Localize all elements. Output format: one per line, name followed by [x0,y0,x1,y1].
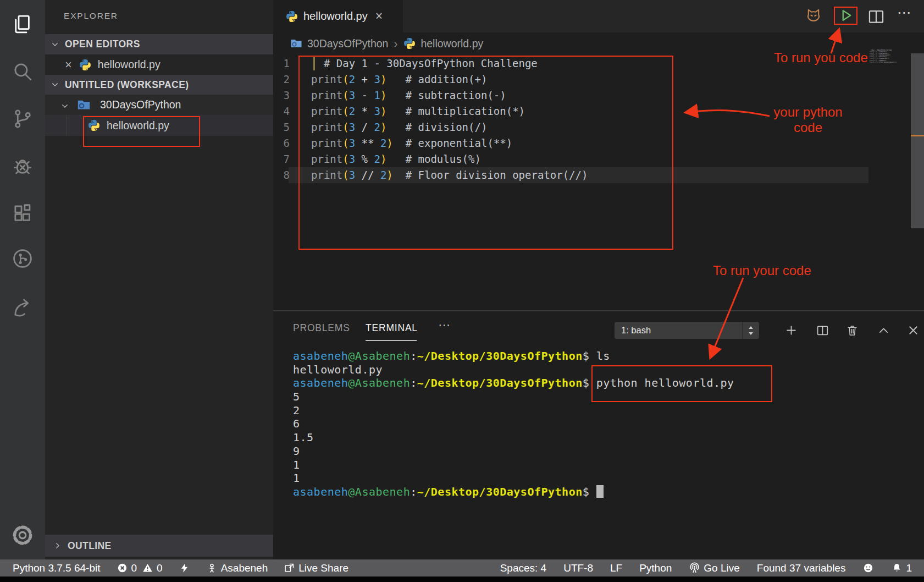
split-editor-icon[interactable] [867,7,886,26]
vscode-window: EXPLORER OPEN EDITORS × helloworld.py UN… [0,0,924,582]
error-icon [117,562,128,574]
activity-bar [0,0,45,559]
active-tab-underline [366,340,417,341]
bell-icon [891,562,903,574]
lightning-icon [179,562,190,574]
tab-close-icon[interactable]: × [375,9,383,24]
sidebar-title: EXPLORER [64,11,118,21]
shell-select[interactable]: 1: bash [615,322,759,339]
outline-label: OUTLINE [68,540,112,552]
select-divider [742,322,743,339]
annotation-box-run-button [834,7,857,25]
split-terminal-icon[interactable] [816,323,829,337]
status-label: UTF-8 [563,562,593,574]
status-asabeneh[interactable]: Asabeneh [206,562,268,574]
share-arrow-icon[interactable] [11,296,34,319]
annotation-line2: code [770,120,846,135]
kill-terminal-icon[interactable] [845,323,859,337]
chevron-down-icon [51,80,59,89]
scrollbar-marker [911,135,924,136]
warning-icon [142,562,153,574]
extensions-icon[interactable] [11,202,34,225]
status-lf[interactable]: LF [610,562,622,574]
more-actions-icon[interactable]: ⋯ [897,4,916,23]
search-icon[interactable] [11,60,34,83]
files-icon[interactable] [11,13,34,36]
open-editor-item-helloworld[interactable]: × helloworld.py [45,54,273,75]
line-numbers-gutter: 12345678 [273,56,290,183]
folder-icon [290,37,303,50]
terminal-cursor [596,485,604,498]
chevron-right-icon [53,541,62,550]
status-found-37-variables[interactable]: Found 37 variables [757,562,846,574]
status-label: Python [639,562,672,574]
line-number: 1 [273,56,290,72]
terminal-line: 1 [293,458,734,472]
debug-icon[interactable] [11,155,34,178]
line-number: 8 [273,167,290,183]
python-file-icon [403,37,416,50]
terminal-line: asabeneh@Asabeneh:~/Desktop/30DaysOfPyth… [293,349,734,363]
tab-helloworld[interactable]: helloworld.py × [273,0,403,32]
folder-label: 30DaysOfPython [100,98,181,111]
cat-extension-icon[interactable] [804,6,823,25]
status-utf-8[interactable]: UTF-8 [563,562,593,574]
annotation-box-code [298,56,673,250]
circle-branch-icon[interactable] [11,247,34,270]
chevron-down-icon [51,40,59,49]
bottom-strip [0,576,924,582]
annotation-run-top: To run you code [774,50,868,65]
tab-terminal[interactable]: TERMINAL [366,322,418,334]
status-label: Live Share [298,562,348,574]
chevron-down-icon [60,101,69,109]
workspace-section-header[interactable]: UNTITLED (WORKSPACE) [45,75,273,95]
status-1[interactable]: 1 [891,562,912,574]
status-label: 0 [131,562,137,574]
settings-gear-icon[interactable] [10,523,35,548]
new-terminal-icon[interactable] [784,323,798,337]
maximize-panel-icon[interactable] [877,323,890,337]
person-icon [206,562,218,574]
annotation-box-sidebar-file [83,116,200,147]
annotation-run-bottom: To run your code [713,263,811,278]
tab-bar: helloworld.py × ⋯ [273,0,924,32]
status-label: Found 37 variables [757,562,846,574]
annotation-line1: your python [770,105,846,120]
line-number: 4 [273,103,290,119]
status-python-3-7-5-64-bit[interactable]: Python 3.7.5 64-bit [13,562,101,574]
outline-section-header[interactable]: OUTLINE [45,535,273,557]
tab-problems[interactable]: PROBLEMS [293,322,350,334]
explorer-sidebar: EXPLORER OPEN EDITORS × helloworld.py UN… [45,0,273,559]
status-problems[interactable]: 00 [117,562,163,574]
line-number: 7 [273,151,290,167]
status-spaces-4[interactable]: Spaces: 4 [500,562,547,574]
status-0[interactable]: 0 [142,562,163,574]
tree-indent-guide [67,115,67,136]
status-0[interactable]: 0 [117,562,137,574]
panel-more-icon[interactable]: ⋯ [438,318,451,332]
open-editors-label: OPEN EDITORS [65,39,140,50]
open-editors-section-header[interactable]: OPEN EDITORS [45,34,273,54]
status-lightning[interactable] [179,562,190,574]
editor-scrollbar[interactable] [911,53,924,228]
close-panel-icon[interactable] [906,323,920,337]
status-smiley[interactable] [862,562,874,574]
breadcrumb-folder[interactable]: 30DaysOfPython [307,37,388,50]
close-icon[interactable]: × [65,59,72,71]
line-number: 6 [273,135,290,151]
python-file-icon [79,58,92,72]
minimap-line: print(3 // 2) # Floor division operator(… [870,62,897,63]
open-editor-label: helloworld.py [98,58,161,71]
status-python[interactable]: Python [639,562,672,574]
minimap[interactable]: # Day 1 - 30DaysOfPython Challengeprint(… [870,50,897,63]
status-go-live[interactable]: Go Live [689,562,739,574]
status-label: Spaces: 4 [500,562,547,574]
source-control-icon[interactable] [11,107,34,130]
breadcrumb-file[interactable]: helloworld.py [420,37,483,50]
tree-item-30daysofpython[interactable]: 30DaysOfPython [45,95,273,115]
status-live-share[interactable]: Live Share [284,562,348,574]
terminal-line: 6 [293,417,734,431]
annotation-box-terminal-command [591,365,772,402]
broadcast-icon [689,562,700,574]
live-share-icon [284,562,295,574]
